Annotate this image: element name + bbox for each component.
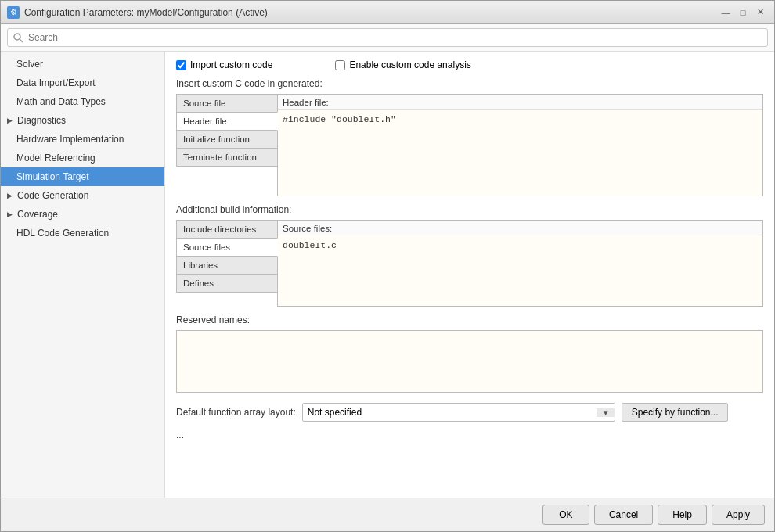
minimize-button[interactable]: —: [718, 5, 734, 20]
sidebar-label-data-import: Data Import/Export: [16, 77, 96, 88]
sidebar-item-coverage[interactable]: ▶ Coverage: [1, 205, 164, 224]
sidebar-item-data-import[interactable]: Data Import/Export: [1, 74, 164, 92]
ok-button[interactable]: OK: [542, 505, 589, 525]
tab-source-file[interactable]: Source file: [176, 94, 278, 113]
layout-select-arrow-icon[interactable]: ▼: [597, 408, 615, 417]
insert-tab-content: Header file:: [277, 94, 763, 196]
coverage-arrow-icon: ▶: [7, 210, 13, 218]
sidebar-item-math-data[interactable]: Math and Data Types: [1, 92, 164, 111]
app-icon: ⚙: [7, 6, 20, 19]
close-button[interactable]: ✕: [752, 5, 768, 20]
sidebar-item-model-ref[interactable]: Model Referencing: [1, 149, 164, 167]
sidebar-label-hardware: Hardware Implementation: [16, 134, 124, 145]
cancel-button[interactable]: Cancel: [594, 505, 653, 525]
content-area: Import custom code Enable custom code an…: [165, 52, 774, 498]
apply-button[interactable]: Apply: [712, 505, 765, 525]
default-layout-row: Default function array layout: Not speci…: [176, 403, 763, 422]
insert-section-title: Insert custom C code in generated:: [176, 78, 763, 89]
sidebar-label-coverage: Coverage: [17, 209, 58, 220]
reserved-names-label: Reserved names:: [176, 315, 763, 325]
enable-custom-analysis-text: Enable custom code analysis: [349, 59, 470, 70]
source-files-textarea[interactable]: [278, 235, 762, 306]
sidebar-label-math-data: Math and Data Types: [16, 96, 106, 107]
layout-select-wrap: Not specified Column-major Row-major ▼: [302, 403, 615, 422]
source-files-label: Source files:: [278, 221, 762, 235]
search-bar: [1, 24, 774, 52]
tab-defines[interactable]: Defines: [176, 274, 278, 293]
specify-by-function-button[interactable]: Specify by function...: [622, 403, 729, 422]
reserved-section: Reserved names:: [176, 315, 763, 395]
build-section-title: Additional build information:: [176, 204, 763, 215]
sidebar-item-code-gen[interactable]: ▶ Code Generation: [1, 186, 164, 205]
tab-include-directories[interactable]: Include directories: [176, 220, 278, 239]
title-bar-left: ⚙ Configuration Parameters: myModel/Conf…: [7, 6, 268, 19]
build-tab-content: Source files:: [277, 220, 763, 307]
diagnostics-arrow-icon: ▶: [7, 117, 13, 124]
enable-custom-analysis-label[interactable]: Enable custom code analysis: [335, 59, 470, 70]
sidebar-label-solver: Solver: [16, 59, 43, 70]
import-custom-code-checkbox[interactable]: [176, 60, 186, 70]
reserved-names-textarea[interactable]: [176, 330, 763, 393]
title-bar: ⚙ Configuration Parameters: myModel/Conf…: [1, 1, 774, 24]
build-tab-panel: Include directories Source files Librari…: [176, 220, 763, 307]
tab-header-file[interactable]: Header file: [176, 112, 278, 131]
sidebar-label-model-ref: Model Referencing: [16, 153, 96, 164]
insert-tab-panel: Source file Header file Initialize funct…: [176, 94, 763, 196]
top-options: Import custom code Enable custom code an…: [176, 59, 763, 70]
bottom-bar: OK Cancel Help Apply: [1, 498, 774, 531]
layout-select[interactable]: Not specified Column-major Row-major: [303, 404, 597, 421]
tab-source-files[interactable]: Source files: [176, 238, 278, 257]
ellipsis-row: ...: [176, 430, 763, 440]
maximize-button[interactable]: □: [735, 5, 751, 20]
sidebar-item-diagnostics[interactable]: ▶ Diagnostics: [1, 111, 164, 130]
sidebar: Solver Data Import/Export Math and Data …: [1, 52, 165, 498]
search-input[interactable]: [7, 28, 768, 47]
sidebar-item-solver[interactable]: Solver: [1, 55, 164, 74]
build-section: Additional build information: Include di…: [176, 204, 763, 307]
main-window: ⚙ Configuration Parameters: myModel/Conf…: [0, 0, 775, 532]
window-controls: — □ ✕: [718, 5, 768, 20]
enable-custom-analysis-checkbox[interactable]: [335, 60, 345, 70]
insert-section: Insert custom C code in generated: Sourc…: [176, 78, 763, 196]
tab-initialize-function[interactable]: Initialize function: [176, 130, 278, 149]
sidebar-label-sim-target: Simulation Target: [16, 171, 89, 182]
insert-tab-buttons: Source file Header file Initialize funct…: [176, 94, 278, 196]
sidebar-item-hardware[interactable]: Hardware Implementation: [1, 130, 164, 149]
ellipsis-text: ...: [176, 430, 184, 440]
main-content: Solver Data Import/Export Math and Data …: [1, 52, 774, 498]
import-custom-code-label[interactable]: Import custom code: [176, 59, 272, 70]
tab-libraries[interactable]: Libraries: [176, 256, 278, 275]
header-file-label: Header file:: [278, 95, 762, 110]
header-file-textarea[interactable]: [278, 110, 762, 196]
code-gen-arrow-icon: ▶: [7, 192, 13, 200]
window-title: Configuration Parameters: myModel/Config…: [24, 7, 268, 18]
default-layout-label: Default function array layout:: [176, 407, 296, 418]
sidebar-label-hdl-code: HDL Code Generation: [16, 228, 109, 239]
help-button[interactable]: Help: [658, 505, 707, 525]
sidebar-label-code-gen: Code Generation: [17, 190, 88, 201]
sidebar-item-hdl-code[interactable]: HDL Code Generation: [1, 224, 164, 243]
tab-terminate-function[interactable]: Terminate function: [176, 148, 278, 167]
sidebar-label-diagnostics: Diagnostics: [17, 115, 66, 126]
build-tab-buttons: Include directories Source files Librari…: [176, 220, 278, 307]
import-custom-code-text: Import custom code: [190, 59, 272, 70]
sidebar-item-sim-target[interactable]: Simulation Target: [1, 167, 164, 186]
